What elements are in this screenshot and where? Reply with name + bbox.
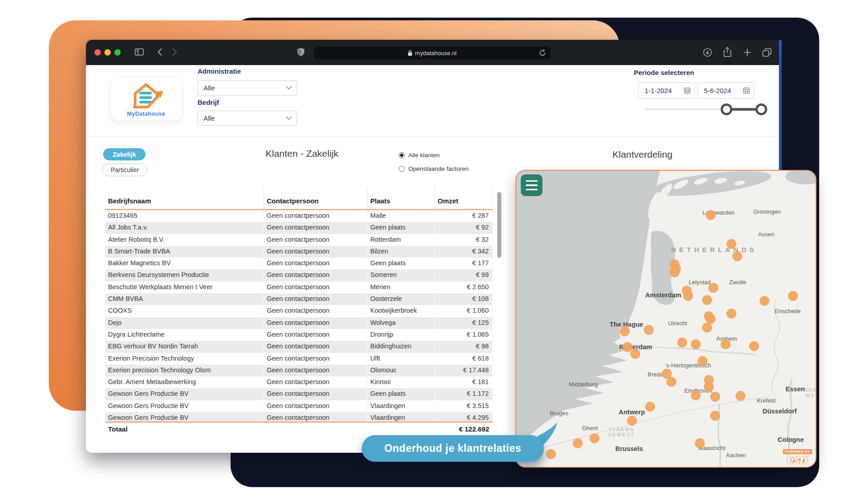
logo-text: MyDatahouse <box>127 111 165 117</box>
column-header[interactable]: Plaats <box>368 187 435 209</box>
address-bar[interactable]: mydatahouse.nl <box>314 47 551 59</box>
customer-dot[interactable] <box>695 438 705 448</box>
customer-dot[interactable] <box>590 433 599 443</box>
table-row[interactable]: Exerion precision Technology OlomGeen co… <box>105 365 493 376</box>
customer-dot[interactable] <box>708 283 718 293</box>
table-row[interactable]: Gebr. Ament MetaalbewerkingGeen contactp… <box>105 376 493 388</box>
table-cell: € 1.060 <box>435 305 493 317</box>
minimize-window-button[interactable] <box>104 49 111 56</box>
customer-dot[interactable] <box>698 356 708 366</box>
downloads-icon[interactable] <box>703 48 712 57</box>
customer-dot[interactable] <box>732 251 742 261</box>
reload-icon[interactable] <box>539 49 546 56</box>
tab-zakelijk[interactable]: Zakelijk <box>103 148 146 160</box>
table-cell: Geen contactpersoon <box>264 305 368 317</box>
customer-dot[interactable] <box>677 338 687 347</box>
tab-overview-icon[interactable] <box>762 48 772 57</box>
close-window-button[interactable] <box>94 49 101 56</box>
table-cell: € 98 <box>435 341 493 352</box>
customer-dot[interactable] <box>546 449 556 459</box>
date-from-input[interactable]: 1-1-2024 <box>638 82 695 99</box>
cta-button[interactable]: Onderhoud je klantrelaties <box>362 435 544 462</box>
table-row[interactable]: 09123465Geen contactpersoonMalle€ 287 <box>105 210 493 222</box>
column-header[interactable]: Contactpersoon <box>264 187 368 209</box>
customer-dot[interactable] <box>726 239 736 249</box>
hamburger-icon <box>526 180 538 182</box>
customer-dot[interactable] <box>644 325 654 335</box>
table-row[interactable]: Bakker Magnetics BVGeen contactpersoonGe… <box>105 258 493 269</box>
date-to-input[interactable]: 5-6-2024 <box>698 82 754 99</box>
table-row[interactable]: CMM BVBAGeen contactpersoonOosterzele€ 1… <box>105 293 493 305</box>
customer-dot[interactable] <box>710 411 720 421</box>
customer-dot[interactable] <box>691 339 701 349</box>
table-row[interactable]: Gewoon Gers Productie BVGeen contactpers… <box>105 412 493 422</box>
shield-icon[interactable] <box>297 47 305 56</box>
table-row[interactable]: Atelier Robotiq B.V.Geen contactpersoonR… <box>105 234 493 246</box>
table-cell: Geen contactpersoon <box>264 246 368 258</box>
table-cell: EBG verhuur BV Nordin Tarrah <box>105 341 264 352</box>
new-tab-icon[interactable] <box>743 48 752 57</box>
column-header[interactable]: Omzet <box>435 187 493 209</box>
table-row[interactable]: B Smart-Trade BVBAGeen contactpersoonBil… <box>105 246 493 258</box>
table-cell: € 17.448 <box>435 365 493 376</box>
customer-dot[interactable] <box>702 323 712 333</box>
table-cell: Exerion Precision Technology <box>105 353 264 365</box>
customer-dot[interactable] <box>645 402 655 412</box>
customer-dot[interactable] <box>704 382 714 392</box>
slider-handle-left[interactable] <box>721 103 732 115</box>
customer-dot[interactable] <box>726 309 736 319</box>
map-dots <box>516 171 816 467</box>
table-row[interactable]: Beschutte Werkplaats Menen t VeerGeen co… <box>105 282 493 293</box>
date-from-value: 1-1-2024 <box>645 87 672 94</box>
table-cell: Geen contactpersoon <box>264 353 368 365</box>
periode-label: Periode selecteren <box>634 69 694 76</box>
table-row[interactable]: Dygra LichtreclameGeen contactpersoonDro… <box>105 329 493 341</box>
customer-dot[interactable] <box>749 341 759 351</box>
customer-dot[interactable] <box>620 326 630 336</box>
column-header[interactable]: Bedrijfsnaam <box>105 187 264 209</box>
customer-dot[interactable] <box>702 295 712 305</box>
radio-alle-klanten[interactable]: Alle klanten <box>399 152 440 159</box>
customer-dot[interactable] <box>670 267 679 277</box>
table-cell: CMM BVBA <box>105 293 264 305</box>
customer-dot[interactable] <box>710 392 720 402</box>
radio-openstaande-facturen[interactable]: Openstaande facturen <box>399 165 469 172</box>
table-row[interactable]: Berkvens Deursystemen ProductieGeen cont… <box>105 269 493 281</box>
customer-dot[interactable] <box>627 416 637 426</box>
customer-dot[interactable] <box>788 291 798 301</box>
browser-titlebar: mydatahouse.nl <box>86 40 779 65</box>
map-panel[interactable]: LeeuwardenGroningenAssenNETHERLANDSLelys… <box>515 170 816 468</box>
forward-icon[interactable] <box>172 48 177 56</box>
administratie-dropdown[interactable]: Alle <box>198 80 297 95</box>
table-scrollbar[interactable] <box>497 192 501 258</box>
customer-dot[interactable] <box>706 210 716 220</box>
customer-dot[interactable] <box>630 349 640 359</box>
total-label: Totaal <box>105 425 264 433</box>
table-row[interactable]: Exerion Precision TechnologyGeen contact… <box>105 353 493 365</box>
slider-handle-right[interactable] <box>755 103 767 115</box>
customer-dot[interactable] <box>666 377 676 387</box>
table-cell: Vlaardingen <box>368 400 435 412</box>
table-row[interactable]: EBG verhuur BV Nordin TarrahGeen contact… <box>105 341 493 352</box>
table-cell: Geen plaats <box>368 388 435 400</box>
map-menu-button[interactable] <box>521 174 542 196</box>
bedrijf-dropdown[interactable]: Alle <box>198 111 297 126</box>
share-icon[interactable] <box>723 47 731 57</box>
sidebar-icon[interactable] <box>135 48 144 56</box>
table-total-row: Totaal € 122.692 <box>105 422 493 435</box>
table-row[interactable]: Gewoon Gers Productie BVGeen contactpers… <box>105 400 493 412</box>
tab-particulier[interactable]: Particulier <box>102 164 147 176</box>
table-row[interactable]: All Jobs T.a.v.Geen contactpersoonGeen p… <box>105 222 493 234</box>
back-icon[interactable] <box>157 48 163 56</box>
maximize-window-button[interactable] <box>114 49 121 56</box>
customer-dot[interactable] <box>721 339 731 349</box>
lock-icon <box>408 50 412 56</box>
customer-dot[interactable] <box>736 391 745 401</box>
customer-dot[interactable] <box>573 438 583 448</box>
customer-dot[interactable] <box>683 291 693 301</box>
customer-dot[interactable] <box>760 296 769 306</box>
table-row[interactable]: DejoGeen contactpersoonWolvega€ 125 <box>105 317 493 329</box>
table-row[interactable]: Gewoon Gers Productie BVGeen contactpers… <box>105 388 493 400</box>
customer-dot[interactable] <box>691 390 701 400</box>
table-row[interactable]: COOXSGeen contactpersoonKootwijkerbroek€… <box>105 305 493 317</box>
